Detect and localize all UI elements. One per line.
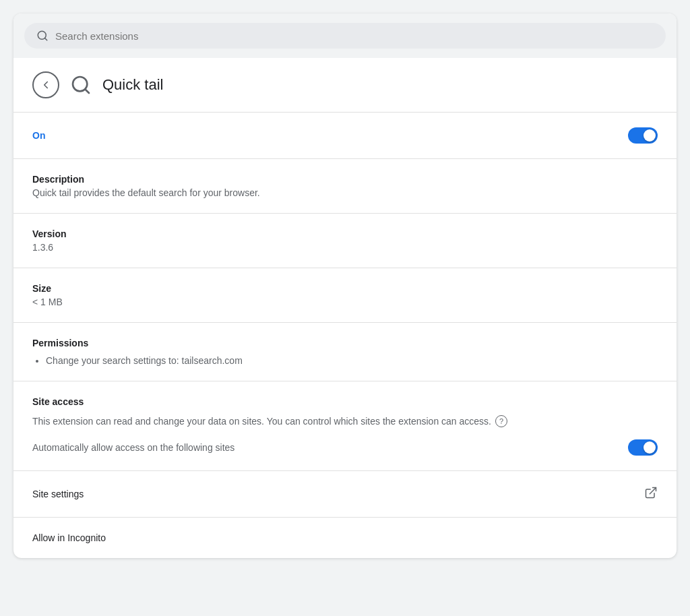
extension-header: Quick tail <box>13 58 677 113</box>
description-text: Quick tail provides the default search f… <box>32 187 260 198</box>
auto-allow-label: Automatically allow access on the follow… <box>32 442 234 453</box>
extension-icon <box>69 73 93 97</box>
permission-item: Change your search settings to: tailsear… <box>46 355 658 366</box>
extensions-panel: Quick tail On Description Quick tail pro… <box>13 13 677 558</box>
site-access-desc: This extension can read and change your … <box>32 415 658 427</box>
description-block: Description Quick tail provides the defa… <box>32 174 260 198</box>
version-title: Version <box>32 228 67 239</box>
search-bar <box>24 23 666 49</box>
search-icon <box>36 30 49 42</box>
permissions-title: Permissions <box>32 338 658 348</box>
svg-line-1 <box>44 38 46 40</box>
site-access-desc-text: This extension can read and change your … <box>32 416 491 427</box>
help-icon[interactable]: ? <box>495 415 507 427</box>
auto-allow-slider <box>628 439 658 456</box>
permissions-section: Permissions Change your search settings … <box>13 323 677 381</box>
enable-toggle-slider <box>628 127 658 144</box>
site-settings-label: Site settings <box>32 489 84 499</box>
auto-allow-row: Automatically allow access on the follow… <box>32 439 658 456</box>
site-access-title: Site access <box>32 396 658 407</box>
size-row: Size < 1 MB <box>13 268 677 323</box>
allow-incognito-row: Allow in Incognito <box>13 518 677 558</box>
site-access-section: Site access This extension can read and … <box>13 381 677 471</box>
extension-title: Quick tail <box>102 76 163 94</box>
size-value: < 1 MB <box>32 297 63 307</box>
back-button[interactable] <box>32 71 59 98</box>
external-link-icon[interactable] <box>644 486 658 502</box>
version-value: 1.3.6 <box>32 242 67 253</box>
svg-line-3 <box>85 89 89 93</box>
auto-allow-toggle[interactable] <box>628 439 658 456</box>
enable-toggle[interactable] <box>628 127 658 144</box>
svg-line-4 <box>650 488 656 494</box>
permissions-list: Change your search settings to: tailsear… <box>32 355 658 366</box>
extension-content: On Description Quick tail provides the d… <box>13 113 677 558</box>
enable-row: On <box>13 113 677 159</box>
search-ext-icon <box>70 74 92 96</box>
search-input[interactable] <box>55 30 654 42</box>
version-row: Version 1.3.6 <box>13 214 677 268</box>
site-settings-row[interactable]: Site settings <box>13 471 677 518</box>
back-arrow-icon <box>40 79 52 91</box>
allow-incognito-label: Allow in Incognito <box>32 532 106 543</box>
description-row: Description Quick tail provides the defa… <box>13 159 677 214</box>
version-block: Version 1.3.6 <box>32 228 67 253</box>
size-title: Size <box>32 283 63 294</box>
open-external-icon <box>644 486 658 499</box>
size-block: Size < 1 MB <box>32 283 63 307</box>
enable-label: On <box>32 130 45 141</box>
description-title: Description <box>32 174 260 185</box>
search-bar-wrapper <box>13 13 677 58</box>
